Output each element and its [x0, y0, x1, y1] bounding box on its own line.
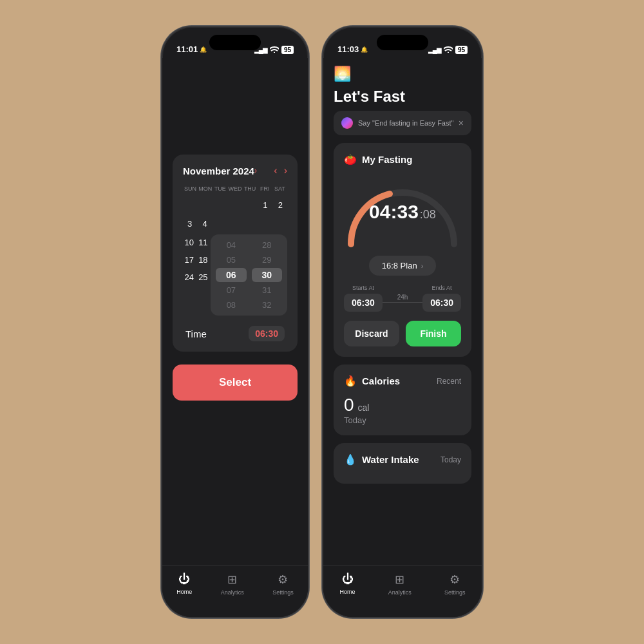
- ends-at-value[interactable]: 06:30: [422, 294, 461, 312]
- picker-day-08[interactable]: 08: [227, 298, 236, 312]
- cal-cell-11[interactable]: 11: [197, 234, 210, 251]
- prev-month-btn[interactable]: ‹: [274, 165, 277, 176]
- cal-cell-17[interactable]: 17: [183, 252, 196, 268]
- timer-sec: :08: [420, 208, 436, 222]
- picker-area[interactable]: 10 11 17 18 24 25: [183, 234, 287, 316]
- ends-at-label: Ends At: [422, 285, 461, 291]
- scroll-picker[interactable]: 04 05 06 07 08 28 29 30 31: [211, 234, 287, 316]
- tab-analytics-label-phone1: Analytics: [221, 589, 244, 596]
- calendar-day-names: SUN MON TUE WED THU FRI SAT: [183, 185, 287, 192]
- siri-dot-icon: [341, 117, 353, 129]
- wifi-icon-phone2: [444, 46, 453, 54]
- time-divider: 24h: [383, 294, 422, 303]
- tab-home-phone1[interactable]: ⏻ Home: [176, 573, 192, 595]
- tab-settings-phone1[interactable]: ⚙ Settings: [272, 573, 294, 596]
- tab-home-phone2[interactable]: ⏻ Home: [340, 573, 355, 595]
- cal-cell-4[interactable]: 4: [198, 216, 211, 232]
- next-month-btn[interactable]: ›: [284, 165, 287, 176]
- picker-days-col[interactable]: 04 05 06 07 08: [216, 238, 246, 312]
- calendar-row1: 1 2: [183, 197, 287, 213]
- settings-icon-phone1: ⚙: [278, 573, 288, 587]
- cal-cell: [228, 216, 242, 232]
- day-mon: MON: [198, 185, 213, 192]
- water-header: 💧 Water Intake Today: [344, 453, 461, 466]
- picker-num-32[interactable]: 32: [262, 298, 271, 312]
- picker-num-31[interactable]: 31: [262, 283, 271, 297]
- finish-button[interactable]: Finish: [406, 321, 461, 346]
- siri-close-btn[interactable]: ×: [459, 118, 464, 128]
- cal-cell-2[interactable]: 2: [274, 197, 287, 213]
- cal-cell[interactable]: [213, 197, 227, 213]
- water-tag[interactable]: Today: [440, 455, 461, 464]
- fasting-icon: 🍅: [344, 153, 357, 166]
- cal-nav[interactable]: ‹ ›: [274, 165, 287, 176]
- calendar-header: November 2024 › ‹ ›: [183, 165, 287, 176]
- calories-card: 🔥 Calories Recent 0 cal Today: [334, 365, 471, 435]
- bell-icon-phone1: 🔔: [200, 46, 207, 53]
- tab-settings-label-phone2: Settings: [444, 589, 466, 596]
- tab-settings-label-phone1: Settings: [272, 589, 294, 596]
- fasting-card: 🍅 My Fasting 04:33 :08: [334, 143, 471, 357]
- day-wed: WED: [227, 185, 242, 192]
- battery-value-phone2: 95: [458, 46, 465, 53]
- cal-cell[interactable]: [198, 197, 211, 213]
- phone1-content: November 2024 › ‹ › SUN MON TUE WED THU …: [162, 58, 308, 617]
- calories-number: 0: [344, 395, 354, 415]
- plan-button[interactable]: 16:8 Plan ›: [369, 256, 437, 276]
- cal-cell: [243, 216, 257, 232]
- cal-cell: [258, 216, 272, 232]
- cal-cell-10[interactable]: 10: [183, 234, 196, 251]
- select-button[interactable]: Select: [173, 365, 298, 401]
- app-icon-header: 🌅: [334, 66, 471, 82]
- cal-cell[interactable]: [243, 197, 257, 213]
- calories-icon: 🔥: [344, 375, 357, 387]
- cal-cell-1[interactable]: 1: [258, 197, 272, 213]
- water-icon: 💧: [344, 453, 357, 466]
- picker-day-06-selected[interactable]: 06: [216, 268, 246, 282]
- starts-at-label: Starts At: [344, 285, 383, 291]
- battery-phone2: 95: [455, 46, 468, 54]
- picker-num-29[interactable]: 29: [262, 253, 271, 267]
- plan-chevron-icon: ›: [421, 262, 424, 270]
- tab-home-label-phone2: Home: [340, 589, 355, 595]
- phone1: 11:01 🔔 ▂▄▆ 95 November 2024 › ‹: [161, 26, 309, 618]
- picker-nums-col[interactable]: 28 29 30 31 32: [252, 238, 282, 312]
- time-phone2: 11:03: [337, 44, 359, 54]
- month-dropdown-icon: ›: [254, 166, 257, 175]
- cal-cell-18[interactable]: 18: [197, 252, 210, 268]
- day-sun: SUN: [183, 185, 198, 192]
- starts-at-value[interactable]: 06:30: [344, 294, 383, 312]
- phone2: 11:03 🔔 ▂▄▆ 95 🌅 Let's Fast: [322, 26, 483, 618]
- app-icon: 🌅: [334, 66, 351, 82]
- picker-day-07[interactable]: 07: [227, 283, 236, 297]
- tab-analytics-phone2[interactable]: ⊞ Analytics: [388, 573, 412, 596]
- cal-left-dates: 10 11 17 18 24 25: [183, 234, 209, 316]
- tab-settings-phone2[interactable]: ⚙ Settings: [444, 573, 466, 596]
- time-row: Time 06:30: [183, 326, 287, 341]
- calories-header: 🔥 Calories Recent: [344, 375, 461, 387]
- time-label: Time: [185, 328, 207, 339]
- picker-num-28[interactable]: 28: [262, 238, 271, 252]
- battery-phone1: 95: [281, 46, 294, 54]
- calendar-month-year: November 2024: [183, 166, 254, 176]
- cal-cell: [213, 216, 227, 232]
- time-value[interactable]: 06:30: [249, 326, 285, 341]
- cal-cell[interactable]: [228, 197, 242, 213]
- tab-analytics-phone1[interactable]: ⊞ Analytics: [221, 573, 244, 596]
- picker-num-30-selected[interactable]: 30: [252, 268, 282, 282]
- picker-day-05[interactable]: 05: [227, 253, 236, 267]
- cal-cell-25[interactable]: 25: [197, 269, 210, 285]
- cal-cell-3[interactable]: 3: [183, 216, 196, 232]
- picker-day-04[interactable]: 04: [227, 238, 236, 252]
- cal-cell[interactable]: [183, 197, 196, 213]
- calories-title: Calories: [362, 375, 400, 386]
- calories-tag[interactable]: Recent: [437, 377, 461, 386]
- discard-button[interactable]: Discard: [344, 321, 399, 346]
- time-phone1: 11:01: [176, 44, 198, 54]
- tab-bar-phone1: ⏻ Home ⊞ Analytics ⚙ Settings: [162, 565, 308, 617]
- dynamic-island-phone2: [377, 35, 428, 50]
- calendar-row2: 3 4: [183, 216, 287, 232]
- analytics-icon-phone1: ⊞: [227, 573, 237, 587]
- cal-cell-24[interactable]: 24: [183, 269, 196, 285]
- settings-icon-phone2: ⚙: [450, 573, 460, 587]
